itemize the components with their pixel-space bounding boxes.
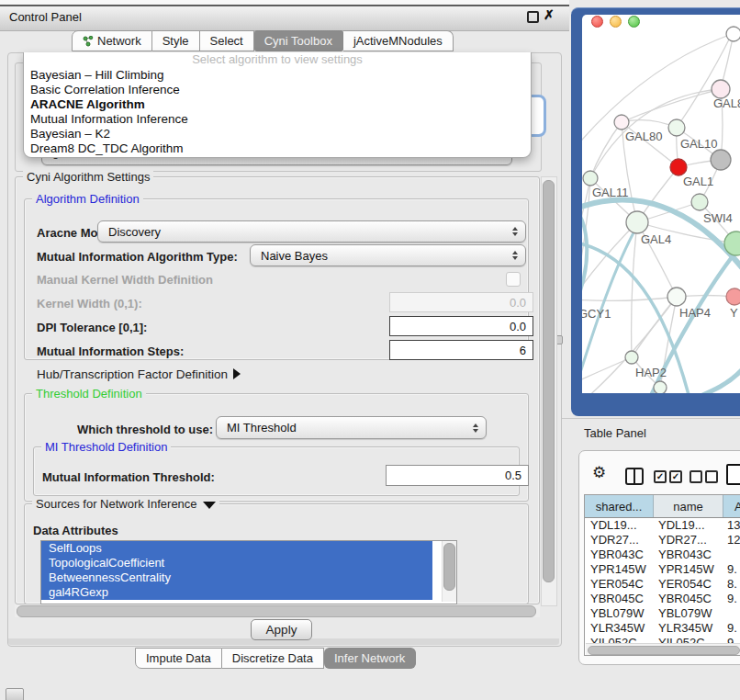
settings-horizontal-scrollbar[interactable] bbox=[15, 604, 540, 617]
table-row[interactable]: YER054CYER054C8. bbox=[585, 577, 740, 592]
dpi-tolerance-label: DPI Tolerance [0,1]: bbox=[37, 321, 147, 334]
network-node-selected[interactable] bbox=[670, 159, 687, 175]
dropdown-prompt: Select algorithm to view settings bbox=[24, 52, 531, 68]
tab-impute-data[interactable]: Impute Data bbox=[135, 648, 222, 669]
field-value: 6 bbox=[520, 344, 526, 357]
table-row[interactable]: YBL079WYBL079W bbox=[585, 606, 740, 621]
table-header-row: shared... name A bbox=[585, 495, 740, 518]
dropdown-item[interactable]: Bayesian – K2 bbox=[24, 127, 531, 141]
deselect-all-icon[interactable] bbox=[690, 470, 702, 483]
tab-infer-network[interactable]: Infer Network bbox=[324, 648, 416, 669]
network-node[interactable] bbox=[614, 115, 629, 130]
tab-cyni-toolbox[interactable]: Cyni Toolbox bbox=[254, 30, 343, 51]
float-window-icon[interactable] bbox=[527, 11, 539, 23]
dropdown-item[interactable]: Dream8 DC_TDC Algorithm bbox=[24, 141, 531, 156]
apply-label: Apply bbox=[266, 623, 297, 637]
dropdown-item[interactable]: Basic Correlation Inference bbox=[24, 83, 531, 97]
hub-definition-label: Hub/Transcription Factor Definition bbox=[37, 367, 228, 381]
network-node[interactable] bbox=[654, 381, 667, 393]
list-item[interactable]: gal4RGexp bbox=[41, 585, 432, 600]
network-view[interactable]: GAL8 GAL80 GAL10 GAL1 GAL11 SWI4 GAL4 GC… bbox=[582, 15, 740, 393]
tab-network[interactable]: Network bbox=[72, 30, 152, 51]
network-node[interactable] bbox=[625, 351, 638, 364]
network-node[interactable] bbox=[726, 27, 740, 41]
dropdown-item[interactable]: Mutual Information Inference bbox=[24, 112, 531, 127]
combo-value: Naive Bayes bbox=[261, 249, 328, 263]
network-node[interactable] bbox=[711, 150, 731, 170]
bottom-left-widget[interactable] bbox=[6, 688, 24, 700]
table-row[interactable]: YLR345WYLR345W9. bbox=[585, 621, 740, 636]
table-panel-separator bbox=[562, 418, 740, 419]
tab-label: Network bbox=[97, 31, 141, 51]
table-row[interactable]: YPR145WYPR145W9. bbox=[585, 562, 740, 577]
network-node[interactable] bbox=[726, 288, 740, 305]
kernel-width-label: Kernel Width (0,1): bbox=[37, 297, 142, 310]
tab-label: Discretize Data bbox=[232, 649, 313, 668]
aracne-mode-combo[interactable]: Discovery bbox=[97, 220, 526, 243]
network-node[interactable] bbox=[712, 80, 730, 98]
which-threshold-combo[interactable]: MI Threshold bbox=[216, 416, 487, 439]
tab-select[interactable]: Select bbox=[200, 30, 254, 51]
apply-button[interactable]: Apply bbox=[251, 619, 312, 640]
column-header-shared[interactable]: shared... bbox=[585, 495, 654, 517]
gear-icon[interactable]: ⚙ bbox=[592, 465, 606, 480]
combo-arrows-icon bbox=[512, 251, 518, 260]
table-row[interactable]: YBR043CYBR043C bbox=[585, 548, 740, 562]
cyni-mode-tabs: Impute Data Discretize Data Infer Networ… bbox=[135, 648, 416, 669]
mi-steps-label: Mutual Information Steps: bbox=[37, 344, 184, 358]
dropdown-item-selected[interactable]: ARACNE Algorithm bbox=[24, 97, 531, 112]
mi-threshold-field[interactable]: 0.5 bbox=[386, 465, 529, 486]
manual-kernel-checkbox[interactable] bbox=[506, 272, 521, 287]
network-node[interactable] bbox=[626, 211, 648, 233]
column-header-partial[interactable]: A bbox=[723, 495, 740, 517]
mac-zoom-button[interactable] bbox=[628, 16, 640, 28]
settings-hscroll-thumb[interactable] bbox=[17, 605, 536, 617]
group-title: MI Threshold Definition bbox=[41, 440, 171, 454]
network-node[interactable] bbox=[667, 288, 686, 306]
tab-style[interactable]: Style bbox=[152, 30, 200, 51]
list-scrollbar[interactable] bbox=[442, 541, 456, 602]
mi-steps-field[interactable]: 6 bbox=[389, 340, 533, 360]
node-label: GAL11 bbox=[592, 186, 629, 199]
select-all-icon[interactable]: ✓ bbox=[654, 470, 667, 483]
list-item[interactable]: TopologicalCoefficient bbox=[41, 556, 432, 570]
sources-title[interactable]: Sources for Network Inference bbox=[32, 497, 219, 511]
mac-close-button[interactable] bbox=[591, 16, 603, 28]
dpi-tolerance-field[interactable]: 0.0 bbox=[389, 316, 533, 336]
settings-vscroll-thumb[interactable] bbox=[543, 180, 555, 582]
mi-type-combo[interactable]: Naive Bayes bbox=[250, 244, 526, 266]
table-hscroll-thumb[interactable] bbox=[588, 646, 740, 655]
table-row[interactable]: YDR27...YDR27...12 bbox=[585, 533, 740, 548]
settings-vertical-scrollbar[interactable] bbox=[541, 176, 557, 606]
table-row[interactable]: YDL19...YDL19...13 bbox=[585, 518, 740, 533]
node-label: HAP4 bbox=[679, 306, 711, 320]
network-node[interactable] bbox=[691, 194, 708, 210]
list-item[interactable]: BetweennessCentrality bbox=[41, 570, 432, 585]
manual-kernel-label: Manual Kernel Width Definition bbox=[37, 273, 213, 287]
list-scrollbar-thumb[interactable] bbox=[443, 543, 455, 591]
mac-minimize-button[interactable] bbox=[610, 16, 622, 28]
network-nodes bbox=[582, 27, 740, 393]
hub-definition-expander[interactable]: Hub/Transcription Factor Definition bbox=[37, 367, 241, 381]
network-node[interactable] bbox=[583, 171, 598, 186]
node-table: shared... name A YDL19...YDL19...13 YDR2… bbox=[584, 494, 740, 656]
tab-jactivemnodules[interactable]: jActiveMNodules bbox=[343, 30, 454, 51]
select-all-icon[interactable]: ✓ bbox=[669, 470, 682, 483]
split-view-icon[interactable] bbox=[625, 468, 644, 485]
kernel-width-field[interactable]: 0.0 bbox=[389, 292, 533, 312]
table-row[interactable]: YBR045CYBR045C9. bbox=[585, 592, 740, 606]
deselect-all-icon[interactable] bbox=[705, 470, 718, 483]
field-value: 0.0 bbox=[510, 320, 526, 333]
control-panel-titlebar[interactable]: Control Panel ✗ bbox=[0, 5, 569, 31]
document-icon[interactable] bbox=[726, 464, 740, 485]
node-label: HAP2 bbox=[635, 366, 667, 379]
close-icon[interactable]: ✗ bbox=[544, 7, 555, 22]
tab-discretize-data[interactable]: Discretize Data bbox=[222, 648, 324, 669]
list-item[interactable]: SelfLoops bbox=[41, 541, 432, 556]
dropdown-item[interactable]: Bayesian – Hill Climbing bbox=[24, 68, 531, 83]
table-horizontal-scrollbar[interactable] bbox=[586, 643, 740, 656]
network-node[interactable] bbox=[668, 119, 685, 136]
column-header-name[interactable]: name bbox=[654, 495, 723, 517]
combo-value: MI Threshold bbox=[227, 421, 297, 435]
combo-arrows-icon bbox=[512, 227, 518, 236]
